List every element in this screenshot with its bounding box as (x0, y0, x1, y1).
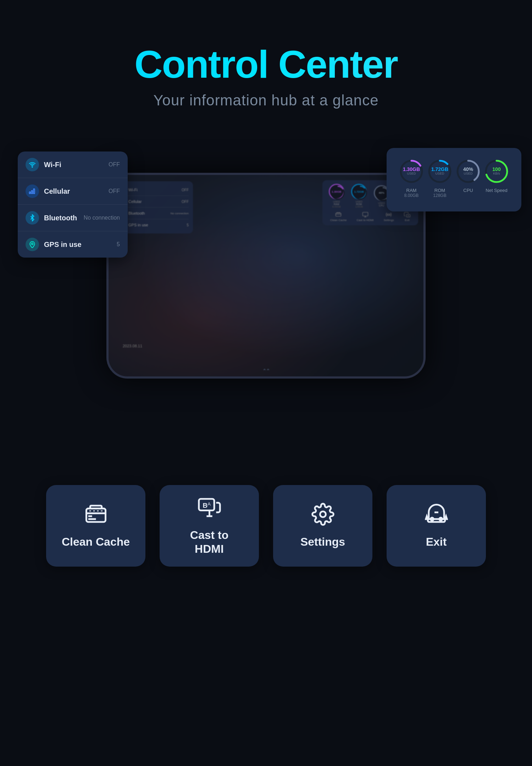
svg-rect-2 (32, 191, 33, 193)
net-gauge: 100 KB/s Net Speed (482, 158, 511, 193)
screen-inner: Wi-FiOFF CellularOFF (109, 175, 423, 376)
cast-hdmi-button[interactable]: B A Cast toHDMI (160, 485, 259, 567)
bluetooth-icon (26, 211, 39, 225)
svg-text:B: B (203, 502, 207, 509)
car-screen: Wi-FiOFF CellularOFF (106, 173, 426, 379)
bottom-actions-row: Clean Cache B A Cast toHDMI Settings (0, 485, 532, 595)
wifi-row[interactable]: Wi-Fi OFF (18, 151, 128, 178)
device-area: Wi-Fi OFF Cellular OFF Bluetooth No conn… (0, 144, 532, 464)
ram-gauge: 1.30GB USED RAM 8.00GB (397, 158, 426, 198)
gps-icon (26, 238, 39, 251)
gps-row[interactable]: GPS in use 5 (18, 231, 128, 258)
cast-hdmi-icon: B A (198, 496, 221, 523)
exit-icon (425, 503, 448, 529)
svg-point-29 (388, 214, 390, 216)
svg-text:A: A (207, 501, 211, 507)
screen-date: 2023.08.11 (123, 344, 142, 348)
rom-gauge: 1.72GB USED ROM 128GB (426, 158, 454, 198)
settings-icon (311, 503, 334, 529)
svg-rect-26 (336, 213, 341, 216)
wifi-icon (26, 158, 39, 171)
gauges-row: 1.30GB USED RAM 8.00GB 1.72GB USED (397, 158, 511, 198)
bluetooth-row[interactable]: Bluetooth No connection (18, 205, 128, 231)
settings-label: Settings (300, 535, 345, 549)
page-title: Control Center (0, 43, 532, 86)
svg-rect-3 (33, 189, 34, 193)
header: Control Center Your information hub at a… (0, 0, 532, 130)
page-subtitle: Your information hub at a glance (0, 92, 532, 109)
exit-label: Exit (426, 535, 447, 549)
svg-point-0 (32, 167, 33, 167)
cellular-row[interactable]: Cellular OFF (18, 178, 128, 205)
stats-panel-large: 1.30GB USED RAM 8.00GB 1.72GB USED (387, 148, 521, 211)
settings-button[interactable]: Settings (273, 485, 372, 567)
clean-cache-label: Clean Cache (62, 535, 130, 549)
cellular-icon (26, 184, 39, 198)
clean-cache-icon (84, 503, 107, 529)
cast-hdmi-label: Cast toHDMI (190, 528, 228, 556)
svg-rect-30 (406, 214, 410, 217)
wifi-panel-large: Wi-Fi OFF Cellular OFF Bluetooth No conn… (18, 151, 128, 258)
svg-rect-28 (362, 212, 368, 216)
svg-rect-1 (29, 192, 31, 194)
svg-point-31 (408, 215, 409, 216)
clean-cache-button[interactable]: Clean Cache (46, 485, 145, 567)
exit-button[interactable]: Exit (387, 485, 486, 567)
svg-point-4 (32, 243, 33, 245)
cpu-gauge: 40% USED CPU (454, 158, 482, 193)
svg-point-44 (320, 512, 326, 517)
